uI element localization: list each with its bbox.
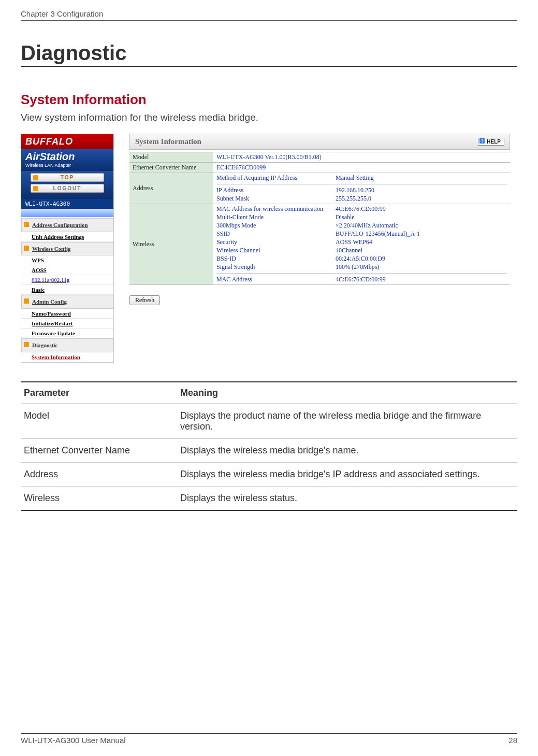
w-ssid-key: SSID: [216, 230, 336, 238]
param-cell: Wireless: [21, 486, 177, 510]
logout-button[interactable]: LOGOUT: [31, 184, 104, 193]
w-300-key: 300Mbps Mode: [216, 222, 336, 230]
w-mac-comm-key: MAC Address for wireless communication: [216, 205, 336, 213]
w-multi-val: Disable: [336, 213, 507, 221]
table-row: Model Displays the product name of the w…: [21, 404, 517, 438]
w-mac-key: MAC Address: [216, 276, 336, 283]
nav-system-information[interactable]: System Information: [21, 352, 113, 362]
nav-aoss[interactable]: AOSS: [21, 265, 113, 275]
nav-name-password[interactable]: Name/Password: [21, 309, 113, 319]
param-cell: Ethernet Converter Name: [21, 438, 177, 462]
meaning-cell: Displays the wireless media bridge's nam…: [177, 438, 517, 462]
refresh-button[interactable]: Refresh: [129, 295, 160, 305]
w-ssid-val: BUFFALO-123456(Manual)_A-1: [336, 230, 507, 238]
w-signal-val: 100% (270Mbps): [336, 263, 507, 271]
panel-title: System Information: [135, 137, 201, 146]
row-wireless-label: Wireless: [129, 204, 213, 285]
product-banner: AirStation Wireless LAN Adapter: [21, 149, 113, 171]
param-cell: Address: [21, 462, 177, 486]
parameter-table: Parameter Meaning Model Displays the pro…: [21, 381, 517, 511]
sidebar: BUFFALO AirStation Wireless LAN Adapter …: [21, 134, 114, 363]
nav-initialize-restart[interactable]: Initialize/Restart: [21, 319, 113, 329]
w-bssid-val: 00:24:A5:C0:00:D9: [336, 255, 507, 263]
w-security-val: AOSS WEP64: [336, 238, 507, 246]
row-ecn-label: Ethernet Converter Name: [129, 163, 213, 173]
nav-address-configuration[interactable]: Address Configuration: [21, 218, 113, 232]
w-security-key: Security: [216, 238, 336, 246]
page-title: Diagnostic: [21, 41, 517, 67]
w-channel-key: Wireless Channel: [216, 247, 336, 254]
meaning-header: Meaning: [177, 382, 517, 404]
table-row: Wireless Displays the wireless status.: [21, 486, 517, 510]
help-button[interactable]: HELP: [478, 138, 504, 146]
nav-admin-config[interactable]: Admin Config: [21, 295, 113, 309]
addr-ip-val: 192.168.10.250: [336, 187, 507, 194]
w-300-val: ×2 20/40MHz Automatic: [336, 222, 507, 230]
footer-page-number: 28: [508, 736, 517, 745]
w-channel-val: 40Channel: [336, 247, 507, 254]
row-model-label: Model: [129, 152, 213, 163]
addr-mask-val: 255.255.255.0: [336, 195, 507, 203]
w-mac-comm-val: 4C:E6:76:CD:00:99: [336, 205, 507, 213]
band-80211g: 802.11g: [51, 277, 69, 283]
addr-ip-key: IP Address: [216, 187, 336, 194]
section-description: View system information for the wireless…: [21, 112, 517, 123]
nav-firmware-update[interactable]: Firmware Update: [21, 329, 113, 338]
section-heading: System Information: [21, 92, 517, 108]
nav-band-select[interactable]: 802.11a/802.11g: [21, 275, 113, 285]
w-signal-key: Signal Strength: [216, 263, 336, 271]
band-80211a: 802.11a: [32, 277, 50, 283]
nav-basic[interactable]: Basic: [21, 285, 113, 295]
addr-mask-key: Subnet Mask: [216, 195, 336, 203]
table-row: Ethernet Converter Name Displays the wir…: [21, 438, 517, 462]
footer-manual-title: WLI-UTX-AG300 User Manual: [21, 736, 126, 745]
w-multi-key: Multi-Client Mode: [216, 213, 336, 221]
table-row: Address Displays the wireless media brid…: [21, 462, 517, 486]
device-model-label: WLI-UTX-AG300: [21, 199, 113, 209]
w-bssid-key: BSS-ID: [216, 255, 336, 263]
addr-method-key: Method of Acquiring IP Address: [216, 174, 336, 182]
meaning-cell: Displays the product name of the wireles…: [177, 404, 517, 438]
row-address-label: Address: [129, 173, 213, 204]
param-header: Parameter: [21, 382, 177, 404]
divider-band: [21, 209, 113, 217]
addr-method-val: Manual Setting: [336, 174, 507, 182]
row-model-value: WLI-UTX-AG300 Ver.1.00(R3.00/B1.08): [213, 152, 510, 163]
w-mac-val: 4C:E6:76:CD:00:99: [336, 276, 507, 283]
screenshot-region: BUFFALO AirStation Wireless LAN Adapter …: [21, 134, 510, 363]
brand-logo: BUFFALO: [21, 134, 113, 149]
main-panel: System Information HELP Model WLI-UTX-AG…: [114, 134, 510, 363]
meaning-cell: Displays the wireless media bridge's IP …: [177, 462, 517, 486]
product-line: AirStation: [25, 151, 75, 162]
param-cell: Model: [21, 404, 177, 438]
nav-wps[interactable]: WPS: [21, 255, 113, 265]
nav-unit-address-settings[interactable]: Unit Address Settings: [21, 232, 113, 242]
top-button[interactable]: TOP: [31, 173, 104, 182]
row-ecn-value: EC4CE676CD0099: [213, 163, 510, 173]
meaning-cell: Displays the wireless status.: [177, 486, 517, 510]
product-subtitle: Wireless LAN Adapter: [25, 163, 109, 168]
nav-diagnostic[interactable]: Diagnostic: [21, 338, 113, 352]
chapter-label: Chapter 3 Configuration: [21, 9, 103, 18]
system-info-table: Model WLI-UTX-AG300 Ver.1.00(R3.00/B1.08…: [129, 152, 510, 285]
nav-wireless-config[interactable]: Wireless Config: [21, 242, 113, 256]
